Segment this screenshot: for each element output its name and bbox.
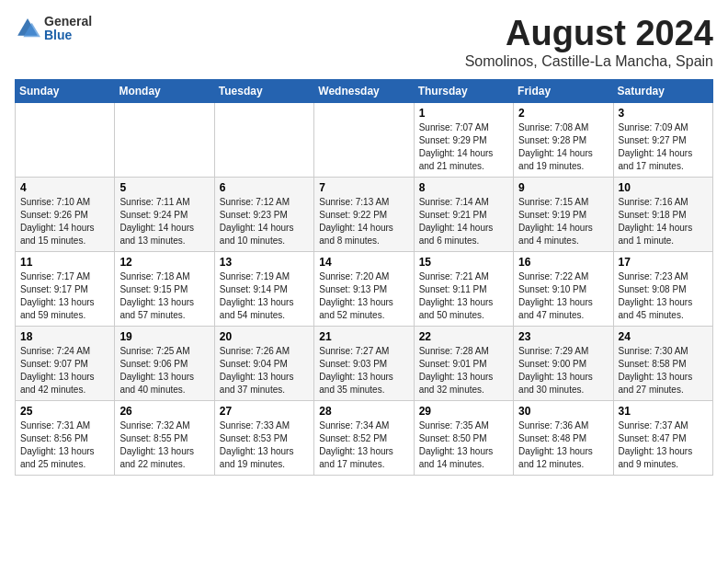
day-info: Sunrise: 7:26 AM Sunset: 9:04 PM Dayligh… [220, 345, 309, 396]
calendar-cell: 1Sunrise: 7:07 AM Sunset: 9:29 PM Daylig… [414, 102, 513, 177]
title-section: August 2024 Somolinos, Castille-La Manch… [465, 15, 713, 70]
calendar-cell: 24Sunrise: 7:30 AM Sunset: 8:58 PM Dayli… [613, 326, 712, 400]
calendar-cell: 7Sunrise: 7:13 AM Sunset: 9:22 PM Daylig… [314, 177, 414, 251]
calendar-cell: 21Sunrise: 7:27 AM Sunset: 9:03 PM Dayli… [314, 326, 414, 400]
day-info: Sunrise: 7:14 AM Sunset: 9:21 PM Dayligh… [419, 196, 508, 247]
calendar-cell: 18Sunrise: 7:24 AM Sunset: 9:07 PM Dayli… [16, 326, 115, 400]
calendar-cell: 27Sunrise: 7:33 AM Sunset: 8:53 PM Dayli… [214, 400, 313, 475]
header: General Blue August 2024 Somolinos, Cast… [15, 15, 713, 70]
calendar-cell: 22Sunrise: 7:28 AM Sunset: 9:01 PM Dayli… [414, 326, 513, 400]
weekday-header-monday: Monday [115, 79, 214, 102]
calendar-week-row: 18Sunrise: 7:24 AM Sunset: 9:07 PM Dayli… [16, 326, 713, 400]
day-number: 3 [619, 107, 708, 120]
calendar-cell: 25Sunrise: 7:31 AM Sunset: 8:56 PM Dayli… [16, 400, 115, 475]
calendar-cell: 31Sunrise: 7:37 AM Sunset: 8:47 PM Dayli… [613, 400, 712, 475]
weekday-header-saturday: Saturday [613, 79, 712, 102]
day-number: 14 [319, 256, 408, 269]
day-info: Sunrise: 7:11 AM Sunset: 9:24 PM Dayligh… [119, 196, 209, 247]
day-info: Sunrise: 7:20 AM Sunset: 9:13 PM Dayligh… [319, 270, 408, 322]
day-info: Sunrise: 7:29 AM Sunset: 9:00 PM Dayligh… [518, 345, 608, 396]
calendar-cell: 2Sunrise: 7:08 AM Sunset: 9:28 PM Daylig… [514, 102, 613, 177]
day-number: 11 [20, 256, 109, 269]
logo: General Blue [15, 15, 92, 43]
day-info: Sunrise: 7:13 AM Sunset: 9:22 PM Dayligh… [319, 196, 408, 247]
day-info: Sunrise: 7:31 AM Sunset: 8:56 PM Dayligh… [20, 419, 109, 471]
weekday-header-row: SundayMondayTuesdayWednesdayThursdayFrid… [16, 79, 713, 102]
day-number: 21 [319, 330, 408, 343]
day-info: Sunrise: 7:23 AM Sunset: 9:08 PM Dayligh… [619, 270, 708, 322]
location-subtitle: Somolinos, Castille-La Mancha, Spain [465, 53, 713, 70]
day-info: Sunrise: 7:18 AM Sunset: 9:15 PM Dayligh… [119, 270, 209, 322]
calendar-cell: 20Sunrise: 7:26 AM Sunset: 9:04 PM Dayli… [214, 326, 313, 400]
day-info: Sunrise: 7:28 AM Sunset: 9:01 PM Dayligh… [419, 345, 508, 396]
calendar-cell: 29Sunrise: 7:35 AM Sunset: 8:50 PM Dayli… [414, 400, 513, 475]
logo-text: General Blue [44, 15, 92, 43]
day-number: 19 [119, 330, 209, 343]
calendar-cell [214, 102, 313, 177]
calendar-cell: 11Sunrise: 7:17 AM Sunset: 9:17 PM Dayli… [16, 251, 115, 326]
calendar-cell: 9Sunrise: 7:15 AM Sunset: 9:19 PM Daylig… [514, 177, 613, 251]
calendar-table: SundayMondayTuesdayWednesdayThursdayFrid… [15, 79, 713, 476]
day-number: 28 [319, 405, 408, 418]
calendar-week-row: 1Sunrise: 7:07 AM Sunset: 9:29 PM Daylig… [16, 102, 713, 177]
calendar-week-row: 25Sunrise: 7:31 AM Sunset: 8:56 PM Dayli… [16, 400, 713, 475]
day-number: 9 [518, 181, 608, 194]
calendar-cell: 5Sunrise: 7:11 AM Sunset: 9:24 PM Daylig… [115, 177, 214, 251]
day-info: Sunrise: 7:24 AM Sunset: 9:07 PM Dayligh… [20, 345, 109, 396]
day-number: 6 [220, 181, 309, 194]
day-number: 10 [619, 181, 708, 194]
day-info: Sunrise: 7:15 AM Sunset: 9:19 PM Dayligh… [518, 196, 608, 247]
day-info: Sunrise: 7:21 AM Sunset: 9:11 PM Dayligh… [419, 270, 508, 322]
logo-general-text: General [44, 15, 92, 29]
day-number: 22 [419, 330, 508, 343]
day-number: 16 [518, 256, 608, 269]
day-info: Sunrise: 7:10 AM Sunset: 9:26 PM Dayligh… [20, 196, 109, 247]
day-info: Sunrise: 7:08 AM Sunset: 9:28 PM Dayligh… [518, 121, 608, 173]
calendar-cell: 3Sunrise: 7:09 AM Sunset: 9:27 PM Daylig… [613, 102, 712, 177]
calendar-cell: 19Sunrise: 7:25 AM Sunset: 9:06 PM Dayli… [115, 326, 214, 400]
calendar-cell: 8Sunrise: 7:14 AM Sunset: 9:21 PM Daylig… [414, 177, 513, 251]
day-number: 20 [220, 330, 309, 343]
weekday-header-wednesday: Wednesday [314, 79, 414, 102]
calendar-cell [16, 102, 115, 177]
day-number: 13 [220, 256, 309, 269]
calendar-cell: 4Sunrise: 7:10 AM Sunset: 9:26 PM Daylig… [16, 177, 115, 251]
day-info: Sunrise: 7:32 AM Sunset: 8:55 PM Dayligh… [119, 419, 209, 471]
calendar-cell: 28Sunrise: 7:34 AM Sunset: 8:52 PM Dayli… [314, 400, 414, 475]
calendar-cell: 16Sunrise: 7:22 AM Sunset: 9:10 PM Dayli… [514, 251, 613, 326]
day-number: 18 [20, 330, 109, 343]
calendar-cell: 6Sunrise: 7:12 AM Sunset: 9:23 PM Daylig… [214, 177, 313, 251]
day-info: Sunrise: 7:16 AM Sunset: 9:18 PM Dayligh… [619, 196, 708, 247]
calendar-cell: 14Sunrise: 7:20 AM Sunset: 9:13 PM Dayli… [314, 251, 414, 326]
day-number: 1 [419, 107, 508, 120]
day-number: 24 [619, 330, 708, 343]
calendar-cell: 12Sunrise: 7:18 AM Sunset: 9:15 PM Dayli… [115, 251, 214, 326]
day-number: 17 [619, 256, 708, 269]
day-number: 23 [518, 330, 608, 343]
calendar-cell [314, 102, 414, 177]
day-info: Sunrise: 7:12 AM Sunset: 9:23 PM Dayligh… [220, 196, 309, 247]
day-info: Sunrise: 7:34 AM Sunset: 8:52 PM Dayligh… [319, 419, 408, 471]
weekday-header-friday: Friday [514, 79, 613, 102]
calendar-cell: 30Sunrise: 7:36 AM Sunset: 8:48 PM Dayli… [514, 400, 613, 475]
weekday-header-sunday: Sunday [16, 79, 115, 102]
calendar-week-row: 4Sunrise: 7:10 AM Sunset: 9:26 PM Daylig… [16, 177, 713, 251]
day-number: 26 [119, 405, 209, 418]
day-info: Sunrise: 7:27 AM Sunset: 9:03 PM Dayligh… [319, 345, 408, 396]
calendar-cell: 10Sunrise: 7:16 AM Sunset: 9:18 PM Dayli… [613, 177, 712, 251]
logo-blue-text: Blue [44, 29, 92, 42]
day-info: Sunrise: 7:30 AM Sunset: 8:58 PM Dayligh… [619, 345, 708, 396]
calendar-cell [115, 102, 214, 177]
weekday-header-thursday: Thursday [414, 79, 513, 102]
calendar-cell: 17Sunrise: 7:23 AM Sunset: 9:08 PM Dayli… [613, 251, 712, 326]
day-info: Sunrise: 7:33 AM Sunset: 8:53 PM Dayligh… [220, 419, 309, 471]
calendar-cell: 13Sunrise: 7:19 AM Sunset: 9:14 PM Dayli… [214, 251, 313, 326]
calendar-cell: 23Sunrise: 7:29 AM Sunset: 9:00 PM Dayli… [514, 326, 613, 400]
day-number: 8 [419, 181, 508, 194]
day-info: Sunrise: 7:35 AM Sunset: 8:50 PM Dayligh… [419, 419, 508, 471]
day-info: Sunrise: 7:09 AM Sunset: 9:27 PM Dayligh… [619, 121, 708, 173]
day-number: 2 [518, 107, 608, 120]
weekday-header-tuesday: Tuesday [214, 79, 313, 102]
calendar-cell: 15Sunrise: 7:21 AM Sunset: 9:11 PM Dayli… [414, 251, 513, 326]
day-number: 12 [119, 256, 209, 269]
